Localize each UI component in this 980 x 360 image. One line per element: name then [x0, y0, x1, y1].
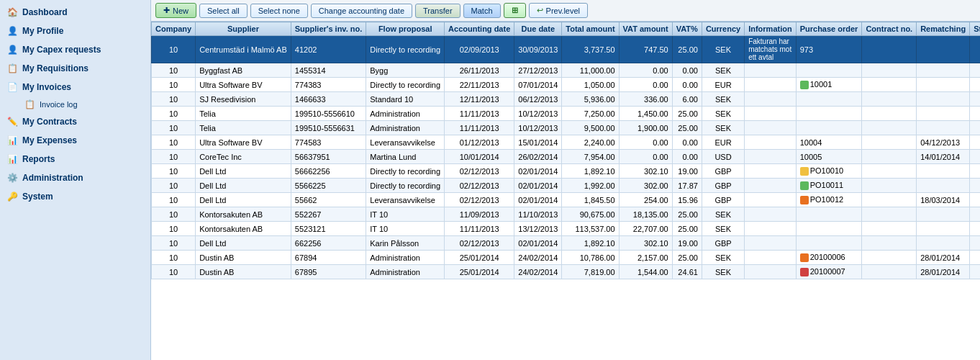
cell-vat: 747.50 [619, 36, 672, 63]
table-row[interactable]: 10 Kontorsakuten AB 552267 IT 10 11/09/2… [152, 207, 981, 222]
cell-vat: 1,544.00 [619, 265, 672, 279]
cell-info [745, 78, 797, 92]
table-row[interactable]: 10 Dell Ltd 55662 Leveransavvikelse 02/1… [152, 193, 981, 207]
cell-company: 10 [152, 63, 196, 78]
sidebar-item-system[interactable]: 🔑System [0, 187, 150, 206]
sidebar-item-label: Dashboard [22, 7, 68, 17]
select-all-button[interactable]: Select all [199, 4, 248, 18]
sidebar-item-reports[interactable]: 📊Reports [0, 150, 150, 168]
prev-level-button[interactable]: ↩ Prev.level [529, 3, 588, 18]
table-row[interactable]: 10 Byggfast AB 1455314 Bygg 26/11/2013 2… [152, 63, 981, 78]
cell-rematching [917, 121, 970, 135]
cell-due-date: 10/12/2013 [514, 107, 562, 121]
cell-vat: 2,157.00 [619, 251, 672, 265]
sidebar-item-my-capex[interactable]: 👤My Capex requests [0, 40, 150, 59]
table-row[interactable]: 10 Centrumstäd i Malmö AB 41202 Directly… [152, 36, 981, 63]
cell-due-date: 24/02/2014 [514, 251, 562, 265]
sidebar-item-my-profile[interactable]: 👤My Profile [0, 22, 150, 40]
cell-inv-no: 56662256 [291, 164, 366, 179]
cell-info [745, 179, 797, 193]
cell-rematching [917, 92, 970, 107]
table-row[interactable]: 10 Dustin AB 67894 Administration 25/01/… [152, 251, 981, 265]
cell-inv-no: 662256 [291, 236, 366, 251]
prev-icon: ↩ [537, 6, 543, 15]
cell-total: 7,250.00 [562, 107, 619, 121]
cell-flow: IT 10 [366, 207, 445, 222]
col-due-date: Due date [514, 22, 562, 36]
sidebar-item-my-invoices[interactable]: 📄My Invoices [0, 78, 150, 96]
cell-total: 3,737.50 [562, 36, 619, 63]
new-button[interactable]: ✚ New [155, 3, 196, 18]
cell-rematching: 18/03/2014 [917, 193, 970, 207]
cell-vat: 302.00 [619, 179, 672, 193]
col-inv-no: Supplier's inv. no. [291, 22, 366, 36]
color-badge [800, 196, 809, 204]
col-currency: Currency [702, 22, 744, 36]
cell-due-date: 15/01/2014 [514, 135, 562, 150]
table-row[interactable]: 10 SJ Resedivision 1466633 Standard 10 1… [152, 92, 981, 107]
cell-total: 2,240.00 [562, 135, 619, 150]
table-row[interactable]: 10 Telia 199510-5556631 Administration 1… [152, 121, 981, 135]
col-supplier: Supplier [196, 22, 291, 36]
cell-info [745, 92, 797, 107]
cell-currency: SEK [702, 36, 744, 63]
cell-company: 10 [152, 193, 196, 207]
table-body: 10 Centrumstäd i Malmö AB 41202 Directly… [152, 36, 981, 279]
cell-due-date: 30/09/2013 [514, 36, 562, 63]
cell-vat-pct: 0.00 [672, 150, 702, 164]
table-row[interactable]: 10 Dell Ltd 5566225 Directly to recordin… [152, 179, 981, 193]
cell-purchase [796, 121, 862, 135]
cell-vat-pct: 0.00 [672, 78, 702, 92]
cell-due-date: 02/01/2014 [514, 164, 562, 179]
cell-vat: 0.00 [619, 63, 672, 78]
table-row[interactable]: 10 Kontorsakuten AB 5523121 IT 10 11/11/… [152, 222, 981, 236]
transfer-button[interactable]: Transfer [415, 4, 460, 18]
table-row[interactable]: 10 Telia 199510-5556610 Administration 1… [152, 107, 981, 121]
cell-supplier: Telia [196, 107, 291, 121]
table-row[interactable]: 10 CoreTec Inc 56637951 Martina Lund 10/… [152, 150, 981, 164]
cell-supplier: Dell Ltd [196, 179, 291, 193]
cell-vat-pct: 0.00 [672, 63, 702, 78]
cell-due-date: 02/01/2014 [514, 193, 562, 207]
cell-purchase [796, 236, 862, 251]
cell-acc-date: 25/01/2014 [445, 251, 514, 265]
sidebar-item-my-contracts[interactable]: ✏️My Contracts [0, 112, 150, 131]
cell-rematching [917, 63, 970, 78]
match-button[interactable]: Match [463, 4, 501, 18]
sidebar-item-my-expenses[interactable]: 📊My Expenses [0, 131, 150, 150]
cell-supplier: Kontorsakuten AB [196, 222, 291, 236]
cell-flow: Administration [366, 251, 445, 265]
table-row[interactable]: 10 Ultra Software BV 774383 Directly to … [152, 78, 981, 92]
cell-currency: GBP [702, 236, 744, 251]
cell-vat: 1,900.00 [619, 121, 672, 135]
excel-button[interactable]: ⊞ [504, 3, 526, 18]
cell-status [970, 36, 980, 63]
cell-status [970, 222, 980, 236]
sidebar-item-dashboard[interactable]: 🏠Dashboard [0, 3, 150, 22]
sidebar-item-label: Reports [22, 154, 55, 164]
cell-company: 10 [152, 121, 196, 135]
cell-info [745, 207, 797, 222]
cell-company: 10 [152, 207, 196, 222]
table-row[interactable]: 10 Dell Ltd 56662256 Directly to recordi… [152, 164, 981, 179]
cell-contract [862, 179, 917, 193]
cell-supplier: Centrumstäd i Malmö AB [196, 36, 291, 63]
table-row[interactable]: 10 Dell Ltd 662256 Karin Pålsson 02/12/2… [152, 236, 981, 251]
change-accounting-button[interactable]: Change accounting date [311, 4, 412, 18]
sidebar-item-my-requisitions[interactable]: 📋My Requisitions [0, 59, 150, 78]
sidebar-item-invoice-log[interactable]: 📋Invoice log [0, 96, 150, 112]
cell-rematching [917, 207, 970, 222]
sidebar-item-administration[interactable]: ⚙️Administration [0, 168, 150, 187]
cell-total: 1,992.00 [562, 179, 619, 193]
select-none-button[interactable]: Select none [250, 4, 308, 18]
table-row[interactable]: 10 Ultra Software BV 774583 Leveransavvi… [152, 135, 981, 150]
cell-acc-date: 11/11/2013 [445, 222, 514, 236]
cell-flow: Directly to recording [366, 179, 445, 193]
cell-vat-pct: 19.00 [672, 236, 702, 251]
select-all-label: Select all [207, 6, 240, 15]
cell-acc-date: 02/12/2013 [445, 193, 514, 207]
color-badge [800, 181, 809, 190]
cell-info [745, 107, 797, 121]
cell-company: 10 [152, 36, 196, 63]
table-row[interactable]: 10 Dustin AB 67895 Administration 25/01/… [152, 265, 981, 279]
